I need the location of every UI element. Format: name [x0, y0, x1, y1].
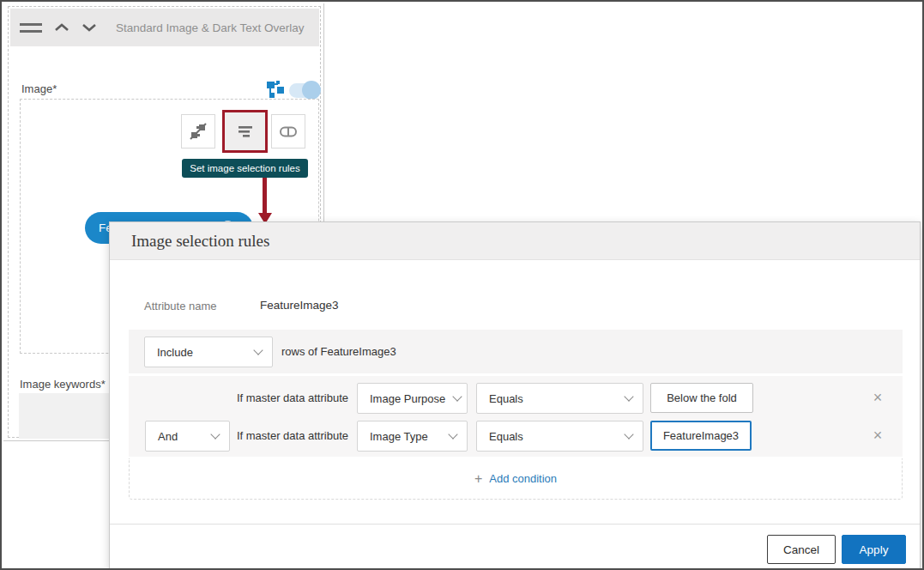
image-selection-rules-dialog: Image selection rules Attribute name Fea… — [109, 221, 921, 569]
attribute-select[interactable]: Image Purpose — [357, 383, 468, 414]
include-select[interactable]: Include — [144, 337, 273, 367]
attribute-name-value: FeatureImage3 — [260, 299, 339, 312]
condition-label: If master data attribute — [129, 421, 348, 451]
remove-condition-button[interactable]: × — [868, 387, 887, 408]
selection-rules-icon — [236, 122, 255, 141]
chevron-down-icon — [448, 429, 457, 439]
condition-label: If master data attribute — [129, 383, 348, 413]
drag-handle-icon[interactable] — [20, 23, 42, 33]
apply-button[interactable]: Apply — [842, 535, 906, 564]
add-condition-button[interactable]: + Add condition — [474, 471, 557, 487]
image-variants-button[interactable] — [181, 114, 215, 149]
plus-icon: + — [474, 471, 482, 487]
component-title: Standard Image & Dark Text Overlay — [116, 21, 305, 34]
add-condition-area: + Add condition — [129, 458, 903, 500]
operator-select[interactable]: Equals — [476, 383, 643, 414]
toggle-option-icon — [279, 122, 298, 141]
operator-select-value: Equals — [489, 392, 523, 405]
chevron-down-icon — [82, 22, 97, 33]
operator-select[interactable]: Equals — [476, 421, 643, 452]
condition-row: If master data attribute Image Purpose E… — [129, 383, 903, 413]
component-header: Standard Image & Dark Text Overlay — [10, 9, 319, 46]
dialog-title: Image selection rules — [131, 232, 269, 251]
move-up-button[interactable] — [54, 22, 69, 33]
screenshot-frame: Standard Image & Dark Text Overlay Image… — [0, 0, 924, 570]
footer-divider — [110, 524, 920, 525]
chevron-down-icon — [624, 391, 633, 401]
attribute-select[interactable]: Image Type — [357, 421, 468, 452]
chevron-down-icon — [624, 429, 633, 439]
attribute-name-label: Attribute name — [144, 300, 217, 312]
annotation-arrow — [263, 178, 267, 214]
include-suffix-text: rows of FeatureImage3 — [281, 345, 396, 358]
move-down-button[interactable] — [82, 22, 97, 33]
image-variants-icon — [189, 122, 208, 141]
attribute-select-value: Image Type — [370, 430, 428, 443]
keywords-field-label: Image keywords* — [20, 378, 106, 391]
selection-rules-button-highlight[interactable] — [222, 110, 268, 153]
include-select-value: Include — [157, 346, 193, 359]
operator-select-value: Equals — [489, 430, 523, 443]
dialog-header: Image selection rules — [110, 222, 920, 260]
tooltip: Set image selection rules — [182, 159, 308, 178]
condition-value-input[interactable]: FeatureImage3 — [650, 421, 752, 451]
cancel-button[interactable]: Cancel — [767, 535, 836, 564]
condition-value-input[interactable]: Below the fold — [650, 383, 753, 413]
chevron-up-icon — [54, 22, 69, 33]
chevron-down-icon — [453, 391, 462, 401]
chevron-down-icon — [253, 345, 263, 355]
toggle-switch[interactable] — [289, 83, 318, 98]
remove-condition-button[interactable]: × — [868, 425, 887, 446]
condition-row: And If master data attribute Image Type … — [129, 421, 903, 451]
toggle-option-button[interactable] — [271, 114, 305, 149]
toggle-knob — [302, 81, 321, 100]
add-condition-label: Add condition — [489, 472, 557, 485]
image-field-label: Image* — [21, 82, 57, 95]
attribute-select-value: Image Purpose — [370, 392, 445, 405]
